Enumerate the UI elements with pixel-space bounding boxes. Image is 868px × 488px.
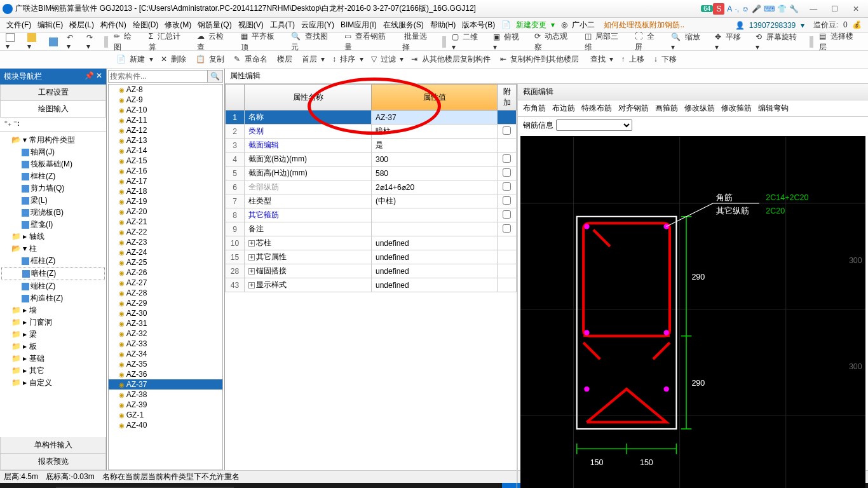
tb-open-icon[interactable]: ▾ <box>25 31 43 52</box>
nav-sec-single[interactable]: 单构件输入 <box>0 437 106 454</box>
prop-row[interactable]: 7柱类型(中柱) <box>226 194 517 208</box>
tb-flat[interactable]: ▦ 平齐板顶 <box>239 30 286 54</box>
tb-find[interactable]: 🔍 查找图元 <box>289 30 339 54</box>
prop-row[interactable]: 2类别暗柱 <box>226 125 517 139</box>
tree-item[interactable]: 暗柱(Z) <box>1 267 105 280</box>
component-item[interactable]: AZ-34 <box>109 349 222 359</box>
ime-a-icon[interactable]: A <box>727 4 732 13</box>
section-tab[interactable]: 对齐钢筋 <box>618 103 649 114</box>
tree-node[interactable]: ▸ 门窗洞 <box>1 316 105 329</box>
tb-dyn[interactable]: ⟳ 动态观察 <box>532 30 579 54</box>
tree-node[interactable]: ▸ 自定义 <box>1 377 105 389</box>
close-button[interactable]: ✕ <box>846 4 865 13</box>
prop-row[interactable]: 3截面编辑是 <box>226 139 517 152</box>
search-button[interactable]: 🔍 <box>207 71 222 82</box>
tree-item[interactable]: 框柱(Z) <box>1 255 105 267</box>
tb2-floor-select[interactable]: 首层 ▾ <box>298 53 327 66</box>
component-item[interactable]: AZ-16 <box>109 166 222 176</box>
section-tab[interactable]: 画箍筋 <box>655 103 678 114</box>
tb2-copyto[interactable]: ⇤ 复制构件到其他楼层 <box>498 53 583 66</box>
ime-tool-icon[interactable]: 🔧 <box>789 4 799 13</box>
tree-item[interactable]: 轴网(J) <box>1 146 105 158</box>
tree-node[interactable]: ▸ 基础 <box>1 353 105 365</box>
nav-tree[interactable]: ▾ 常用构件类型轴网(J)筏板基础(M)框柱(Z)剪力墙(Q)梁(L)现浇板(B… <box>0 132 106 437</box>
tree-item[interactable]: 剪力墙(Q) <box>1 182 105 194</box>
tree-item[interactable]: 构造柱(Z) <box>1 292 105 304</box>
tree-node[interactable]: ▸ 梁 <box>1 329 105 341</box>
component-item[interactable]: AZ-40 <box>109 420 222 430</box>
tb2-copy[interactable]: 📋 复制 <box>194 53 228 66</box>
section-tab[interactable]: 布边筋 <box>552 103 575 114</box>
component-item[interactable]: AZ-25 <box>109 257 222 268</box>
component-item[interactable]: AZ-28 <box>109 288 222 298</box>
menu-file[interactable]: 文件(F) <box>4 18 34 32</box>
component-item[interactable]: AZ-39 <box>109 400 222 410</box>
sogou-icon[interactable]: S <box>713 3 724 15</box>
tb2-del[interactable]: ✕ 删除 <box>159 53 190 66</box>
tb-2d[interactable]: ▢ 二维 ▾ <box>450 30 487 53</box>
tb2-sort[interactable]: ↕ 排序 ▾ <box>330 53 365 66</box>
tb2-up[interactable]: ↑ 上移 <box>619 53 648 66</box>
tb-undo-icon[interactable]: ↶ ▾ <box>65 32 81 52</box>
component-item[interactable]: AZ-12 <box>109 125 222 135</box>
tb-local3d[interactable]: ◫ 局部三维 <box>583 30 630 54</box>
tb2-down[interactable]: ↓ 下移 <box>652 53 681 66</box>
component-item[interactable]: AZ-31 <box>109 318 222 329</box>
component-item[interactable]: AZ-26 <box>109 268 222 278</box>
component-item[interactable]: AZ-19 <box>109 196 222 207</box>
component-item[interactable]: AZ-10 <box>109 105 222 115</box>
prop-row[interactable]: 28+锚固搭接undefined <box>226 264 517 278</box>
tb-rot[interactable]: ⟲ 屏幕旋转 ▾ <box>754 30 806 53</box>
tree-node[interactable]: ▸ 墙 <box>1 304 105 316</box>
prop-row[interactable]: 10+芯柱undefined <box>226 236 517 250</box>
component-item[interactable]: AZ-36 <box>109 369 222 379</box>
prop-row[interactable]: 8其它箍筋 <box>226 208 517 222</box>
tree-node[interactable]: ▸ 其它 <box>1 365 105 377</box>
tb-draw[interactable]: ✏ 绘图 <box>112 30 143 54</box>
tb2-find[interactable]: 查找 ▾ <box>587 53 615 66</box>
tree-node[interactable]: ▸ 板 <box>1 341 105 353</box>
tb2-copyfrom[interactable]: ⇥ 从其他楼层复制构件 <box>409 53 494 66</box>
tb-new-icon[interactable]: ▾ <box>4 31 22 52</box>
component-item[interactable]: AZ-11 <box>109 115 222 125</box>
component-item[interactable]: GZ-1 <box>109 410 222 420</box>
nav-sec-project[interactable]: 工程设置 <box>0 85 106 101</box>
component-item[interactable]: AZ-15 <box>109 156 222 166</box>
tb-calc[interactable]: Σ 汇总计算 <box>147 30 191 54</box>
component-item[interactable]: AZ-9 <box>109 95 222 105</box>
component-item[interactable]: AZ-18 <box>109 186 222 196</box>
search-input[interactable] <box>109 71 207 82</box>
user-phone[interactable]: 👤 13907298339 ▾ <box>733 20 807 31</box>
tree-item[interactable]: 壁龛(I) <box>1 219 105 231</box>
prop-row[interactable]: 43+显示样式undefined <box>226 278 517 292</box>
maximize-button[interactable]: ☐ <box>825 4 844 13</box>
start-button[interactable]: ⊞ <box>3 483 28 488</box>
component-item[interactable]: AZ-21 <box>109 217 222 227</box>
property-grid[interactable]: 属性名称 属性值 附加 1名称AZ-372类别暗柱3截面编辑是4截面宽(B边)(… <box>225 84 517 488</box>
component-item[interactable]: AZ-32 <box>109 329 222 339</box>
rebar-info-select[interactable] <box>556 119 632 131</box>
component-item[interactable]: AZ-38 <box>109 390 222 400</box>
component-item[interactable]: AZ-35 <box>109 359 222 369</box>
component-item[interactable]: AZ-13 <box>109 135 222 146</box>
ime-mic-icon[interactable]: 🎤 <box>752 4 761 13</box>
component-item[interactable]: AZ-22 <box>109 227 222 237</box>
component-item[interactable]: AZ-37 <box>109 379 222 390</box>
component-list[interactable]: AZ-8AZ-9AZ-10AZ-11AZ-12AZ-13AZ-14AZ-15AZ… <box>108 84 223 470</box>
tb-full[interactable]: ⛶ 全屏 <box>633 30 665 54</box>
tree-item[interactable]: 框柱(Z) <box>1 170 105 182</box>
ime-punct-icon[interactable]: ·, <box>735 4 739 13</box>
prop-row[interactable]: 15+其它属性undefined <box>226 250 517 264</box>
prop-row[interactable]: 4截面宽(B边)(mm)300 <box>226 152 517 166</box>
section-canvas[interactable]: 290 290 150 150 300 300 角 <box>520 136 865 488</box>
tb-selfloor[interactable]: ▤ 选择楼层 <box>817 30 864 54</box>
tb-save-icon[interactable] <box>47 36 61 48</box>
prop-row[interactable]: 9备注 <box>226 222 517 236</box>
section-tab[interactable]: 布角筋 <box>523 103 546 114</box>
tb2-new[interactable]: 📄 新建 ▾ <box>114 53 155 66</box>
ime-shirt-icon[interactable]: 👕 <box>777 4 787 13</box>
menu-edit[interactable]: 编辑(E) <box>35 18 65 32</box>
tb-pan[interactable]: ✥ 平移 ▾ <box>713 30 750 53</box>
component-item[interactable]: AZ-29 <box>109 298 222 308</box>
nav-sec-report[interactable]: 报表预览 <box>0 454 106 470</box>
